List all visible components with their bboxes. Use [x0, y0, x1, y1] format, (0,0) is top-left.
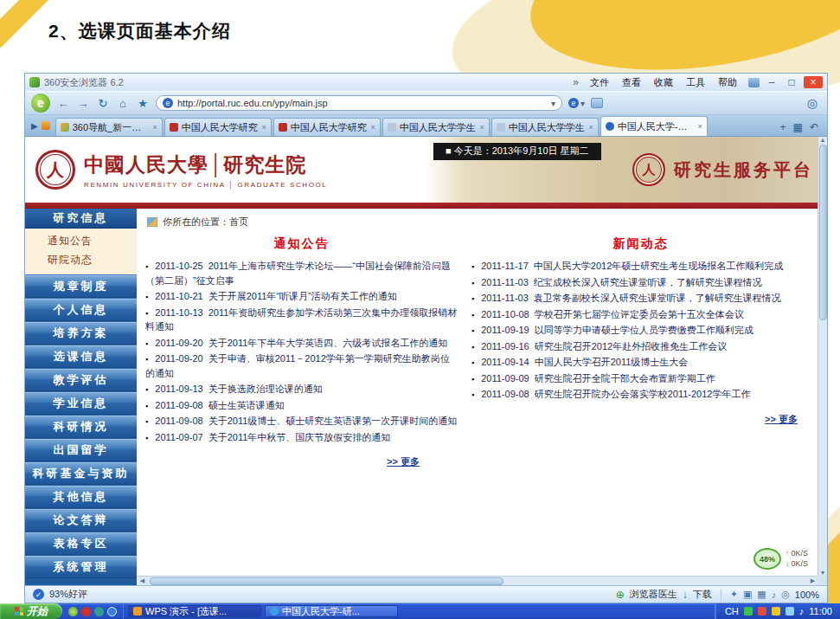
tab-close-icon[interactable]: ×: [588, 123, 593, 132]
tab-close-icon[interactable]: ×: [697, 122, 702, 131]
zoom-icon[interactable]: ◎: [781, 589, 790, 600]
tray-speaker-icon[interactable]: ♪: [799, 606, 805, 616]
new-tab-icon[interactable]: +: [780, 121, 786, 133]
sidebar-button[interactable]: 出国留学: [25, 439, 137, 461]
browser-tab[interactable]: 中国人民大学学生 ×: [382, 118, 490, 136]
browser-tab[interactable]: 中国人民大学研究 ×: [273, 118, 381, 136]
forward-icon[interactable]: →: [76, 97, 90, 110]
taskbar-task-button[interactable]: 中国人民大学-研...: [265, 605, 398, 617]
tray-icon-1[interactable]: [744, 607, 753, 616]
search-icon[interactable]: ◎: [807, 96, 818, 110]
quicklaunch-icon-3[interactable]: [94, 607, 104, 616]
notice-item[interactable]: 2011-10-252011年上海市研究生学术论坛——“中国社会保障前沿问题（第…: [145, 259, 458, 287]
notice-item[interactable]: 2011-10-21关于开展2011年“听课月”活动有关工作的通知: [145, 289, 458, 304]
sidebar-button[interactable]: 选课信息: [25, 345, 137, 368]
back-icon[interactable]: ←: [56, 97, 70, 110]
tab-list-icon[interactable]: ▦: [793, 121, 803, 133]
address-dropdown-icon[interactable]: ▾: [551, 99, 555, 108]
start-button[interactable]: 开始: [0, 603, 62, 619]
browser-tab[interactable]: 中国人民大学学生 ×: [491, 118, 599, 136]
sidebar-button[interactable]: 系统管理: [25, 556, 137, 578]
sidebar-button[interactable]: 论文答辩: [25, 509, 137, 532]
skin-icon[interactable]: [748, 78, 760, 87]
menu-item[interactable]: 收藏: [654, 76, 673, 89]
notice-item[interactable]: 2011-09-20关于申请、审核2011－2012学年第一学期研究生助教岗位的…: [145, 351, 458, 380]
app-widget-icon[interactable]: [591, 98, 603, 108]
notice-item[interactable]: 2011-09-07关于2011年中秋节、国庆节放假安排的通知: [145, 430, 458, 445]
download-button[interactable]: 下载: [693, 588, 712, 601]
sidebar-button[interactable]: 表格专区: [25, 532, 137, 555]
scroll-down-icon[interactable]: ▼: [820, 570, 826, 576]
sidebar-button[interactable]: 培养方案: [25, 322, 137, 345]
sidebar-link[interactable]: 研院动态: [48, 253, 137, 268]
menu-overflow-icon[interactable]: »: [573, 76, 579, 88]
news-item[interactable]: 2011-09-08研究生院召开院办公会落实学校2011-2012学年工作: [471, 387, 810, 402]
browser-logo-icon[interactable]: e: [31, 93, 50, 113]
favorites-star-icon[interactable]: ★: [136, 97, 150, 110]
close-button[interactable]: ×: [804, 76, 823, 88]
sidebar-link[interactable]: 通知公告: [48, 234, 137, 248]
play-icon[interactable]: ▶: [31, 121, 38, 131]
browser-tab[interactable]: 中国人民大学研究 ×: [164, 118, 272, 136]
tab-close-icon[interactable]: ×: [370, 123, 375, 132]
news-item[interactable]: 2011-09-14中国人民大学召开2011级博士生大会: [471, 355, 810, 370]
browser-doctor-button[interactable]: 浏览器医生: [630, 588, 677, 601]
news-item[interactable]: 2011-09-19以同等学力申请硕士学位人员学费缴费工作顺利完成: [471, 323, 810, 338]
sidebar-button[interactable]: 学业信息: [25, 392, 137, 415]
refresh-icon[interactable]: ↻: [96, 97, 110, 110]
taskbar-task-button[interactable]: WPS 演示 - [选课...: [128, 605, 261, 617]
menu-item[interactable]: 帮助: [718, 76, 737, 89]
quicklaunch-icon-4[interactable]: [107, 607, 117, 616]
more-news-link[interactable]: >> 更多: [765, 414, 798, 424]
news-item[interactable]: 2011-09-09研究生院召开全院干部大会布置新学期工作: [471, 371, 810, 386]
sound-icon[interactable]: ♪: [772, 590, 777, 600]
notice-item[interactable]: 2011-09-08关于2011级博士、硕士研究生英语课第一次开课时间的通知: [145, 414, 458, 429]
vertical-scroll-thumb[interactable]: [819, 145, 827, 320]
favorites-shortcut-icon[interactable]: [42, 121, 50, 130]
screenshot-icon[interactable]: ▣: [743, 589, 752, 600]
sidebar-button[interactable]: 科研基金与资助: [25, 462, 137, 485]
e-menu-button[interactable]: e ▾: [568, 98, 585, 108]
news-item[interactable]: 2011-11-17中国人民大学2012年硕士研究生考生现场报名工作顺利完成: [471, 259, 810, 274]
quicklaunch-browser-icon[interactable]: [68, 607, 78, 616]
notice-item[interactable]: 2011-09-08硕士生英语课通知: [145, 398, 458, 413]
tray-icon-2[interactable]: [758, 607, 766, 616]
minimize-button[interactable]: –: [764, 76, 779, 88]
menu-item[interactable]: 工具: [686, 76, 705, 89]
menu-item[interactable]: 查看: [622, 76, 641, 89]
vertical-scrollbar[interactable]: ▲ ▼: [818, 137, 827, 576]
tab-close-icon[interactable]: ×: [261, 123, 266, 132]
tab-close-icon[interactable]: ×: [479, 123, 484, 132]
quicklaunch-icon-2[interactable]: [81, 607, 91, 616]
flash-icon[interactable]: ✦: [730, 589, 738, 600]
browser-tab[interactable]: 中国人民大学-研究 ×: [600, 116, 708, 136]
notice-item[interactable]: 2011-10-132011年资助研究生参加学术活动第三次集中办理领取报销材料通…: [145, 306, 458, 334]
panel-icon[interactable]: ▦: [757, 589, 766, 600]
maximize-button[interactable]: □: [784, 76, 799, 88]
input-language[interactable]: CH: [725, 606, 739, 616]
news-item[interactable]: 2011-11-03袁卫常务副校长深入研究生课堂听课，了解研究生课程情况: [471, 291, 810, 306]
home-icon[interactable]: ⌂: [116, 97, 130, 110]
sidebar-button[interactable]: 科研情况: [25, 416, 137, 438]
scroll-left-icon[interactable]: ◀: [138, 577, 147, 584]
notice-item[interactable]: 2011-09-20关于2011年下半年大学英语四、六级考试报名工作的通知: [145, 336, 458, 351]
zoom-level[interactable]: 100%: [795, 590, 819, 600]
news-item[interactable]: 2011-11-03纪宝成校长深入研究生课堂听课，了解研究生课程情况: [471, 275, 810, 290]
horizontal-scrollbar[interactable]: ◀ ▶: [138, 576, 818, 585]
horizontal-scroll-thumb[interactable]: [150, 577, 503, 585]
reopen-closed-tab-icon[interactable]: ↶: [810, 121, 818, 133]
news-item[interactable]: 2011-09-16研究生院召开2012年赴外招收推免生工作会议: [471, 339, 810, 354]
network-speed-widget[interactable]: 48% ↑0K/S ↓0K/S: [753, 548, 808, 570]
sidebar-button[interactable]: 其他信息: [25, 486, 137, 508]
tray-icon-3[interactable]: [772, 607, 780, 616]
tab-close-icon[interactable]: ×: [152, 123, 157, 132]
tray-icon-4[interactable]: [785, 607, 794, 616]
address-input[interactable]: [177, 98, 547, 108]
menu-item[interactable]: 文件: [590, 76, 609, 89]
sidebar-button[interactable]: 个人信息: [25, 299, 137, 321]
sidebar-button[interactable]: 规章制度: [25, 275, 137, 298]
news-item[interactable]: 2011-10-08学校召开第七届学位评定委员会第十五次全体会议: [471, 307, 810, 322]
notice-item[interactable]: 2011-09-13关于换选政治理论课的通知: [145, 382, 458, 397]
clock[interactable]: 11:00: [809, 606, 832, 616]
scroll-up-icon[interactable]: ▲: [820, 137, 826, 143]
